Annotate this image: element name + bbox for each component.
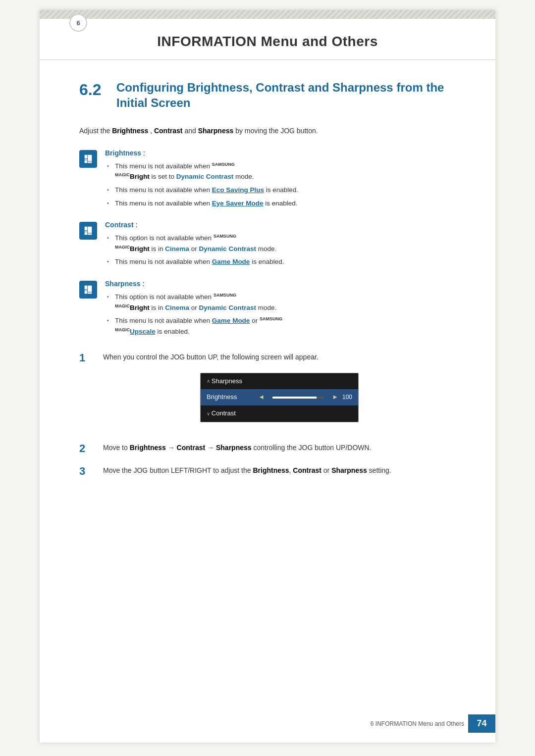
- intro-comma1: ,: [150, 127, 154, 135]
- contrast-icon: [79, 222, 97, 240]
- page: 6 INFORMATION Menu and Others 6.2 Config…: [40, 10, 495, 743]
- osd-contrast-label: Contrast: [212, 408, 352, 419]
- contrast-svg: [83, 225, 94, 236]
- bright-bold-3: Bright: [130, 304, 150, 311]
- brightness-label: Brightness :: [105, 149, 456, 157]
- brightness-bullet-3: This menu is not available when Eye Save…: [105, 198, 456, 209]
- osd-bar-fill: [272, 397, 317, 399]
- intro-contrast: Contrast: [154, 127, 183, 135]
- contrast-content: Contrast : This option is not available …: [105, 221, 456, 270]
- intro-and: and: [184, 127, 198, 135]
- osd-arrow-left: ◄: [258, 392, 265, 403]
- content-area: 6.2 Configuring Brightness, Contrast and…: [40, 60, 495, 517]
- step2-sharpness: Sharpness: [216, 444, 252, 452]
- cinema-2: Cinema: [165, 304, 189, 311]
- section-title: Configuring Brightness, Contrast and Sha…: [116, 80, 456, 110]
- brightness-label-text: Brightness: [105, 149, 141, 157]
- contrast-bullet-1: This option is not available when SAMSUN…: [105, 233, 456, 254]
- upscale-link: Upscale: [130, 328, 156, 335]
- osd-row-contrast: ∨ Contrast: [201, 405, 358, 422]
- intro-sharpness: Sharpness: [198, 127, 234, 135]
- game-mode-2: Game Mode: [212, 317, 250, 324]
- contrast-colon: :: [135, 221, 137, 229]
- osd-row-brightness: Brightness ◄ ► 100: [201, 389, 358, 405]
- brightness-block: Brightness : This menu is not available …: [79, 149, 456, 211]
- osd-brightness-value: 100: [338, 393, 352, 402]
- step3-sharpness: Sharpness: [331, 466, 367, 474]
- intro-paragraph: Adjust the Brightness , Contrast and Sha…: [79, 125, 456, 136]
- brightness-content: Brightness : This menu is not available …: [105, 149, 456, 211]
- contrast-bullet-2: This menu is not available when Game Mod…: [105, 256, 456, 267]
- page-title: INFORMATION Menu and Others: [79, 34, 456, 50]
- bright-bold-2: Bright: [130, 245, 150, 252]
- intro-text-before: Adjust the: [79, 127, 112, 135]
- step-1-text: When you control the JOG button UP, the …: [103, 353, 319, 361]
- sharpness-colon: :: [142, 280, 144, 288]
- brightness-bullet-1: This menu is not available when SAMSUNGM…: [105, 161, 456, 182]
- step-2-content: Move to Brightness → Contrast → Sharpnes…: [103, 442, 456, 453]
- sharpness-label-text: Sharpness: [105, 280, 141, 288]
- contrast-block: Contrast : This option is not available …: [79, 221, 456, 270]
- footer-text: 6 INFORMATION Menu and Others: [371, 720, 468, 727]
- sharpness-bullet-1: This option is not available when SAMSUN…: [105, 292, 456, 313]
- eye-saver-mode: Eye Saver Mode: [212, 200, 264, 207]
- sharpness-bullet-2: This menu is not available when Game Mod…: [105, 315, 456, 337]
- bright-bold-1: Bright: [130, 173, 150, 180]
- step-2: 2 Move to Brightness → Contrast → Sharpn…: [79, 442, 456, 455]
- contrast-bullets: This option is not available when SAMSUN…: [105, 233, 456, 267]
- step-2-number: 2: [79, 442, 93, 455]
- step3-contrast: Contrast: [293, 466, 321, 474]
- game-mode-1: Game Mode: [212, 258, 250, 265]
- sharpness-block: Sharpness : This option is not available…: [79, 280, 456, 339]
- chapter-number: 6: [76, 19, 80, 27]
- section-number: 6.2: [79, 80, 107, 99]
- step2-contrast: Contrast: [177, 444, 206, 452]
- top-stripe: 6: [40, 10, 495, 19]
- sharpness-icon: [79, 281, 97, 299]
- chapter-circle: 6: [69, 14, 87, 32]
- brightness-svg: [83, 153, 94, 164]
- intro-text-after: by moving the JOG button.: [235, 127, 318, 135]
- osd-chevron-down: ∨: [207, 410, 212, 418]
- osd-sharpness-label: Sharpness: [212, 376, 352, 387]
- header-area: INFORMATION Menu and Others: [40, 19, 495, 60]
- cinema-1: Cinema: [165, 245, 189, 252]
- brightness-icon: [79, 150, 97, 168]
- eco-saving-plus: Eco Saving Plus: [212, 186, 264, 194]
- brightness-colon: :: [143, 149, 145, 157]
- footer-page-number: 74: [468, 714, 495, 733]
- step-3-content: Move the JOG button LEFT/RIGHT to adjust…: [103, 465, 456, 476]
- osd-brightness-label: Brightness: [207, 392, 258, 403]
- osd-arrow-right: ►: [332, 392, 338, 403]
- step-1-number: 1: [79, 352, 93, 364]
- intro-brightness: Brightness: [112, 127, 148, 135]
- sharpness-bullets: This option is not available when SAMSUN…: [105, 292, 456, 337]
- dynamic-contrast-2: Dynamic Contrast: [199, 245, 257, 252]
- sharpness-svg: [83, 284, 94, 295]
- contrast-label: Contrast :: [105, 221, 456, 229]
- step2-brightness: Brightness: [130, 444, 166, 452]
- step3-brightness: Brightness: [253, 466, 289, 474]
- brightness-bullets: This menu is not available when SAMSUNGM…: [105, 161, 456, 208]
- osd-widget: ∧ Sharpness Brightness ◄ ►: [200, 373, 359, 422]
- brightness-bullet-2: This menu is not available when Eco Savi…: [105, 185, 456, 196]
- section-heading: 6.2 Configuring Brightness, Contrast and…: [79, 80, 456, 110]
- page-footer: 6 INFORMATION Menu and Others 74: [40, 714, 495, 733]
- sharpness-label: Sharpness :: [105, 280, 456, 288]
- osd-slider-bar: [272, 397, 324, 399]
- dynamic-contrast-1: Dynamic Contrast: [176, 173, 234, 180]
- step-3-number: 3: [79, 465, 93, 478]
- step-1-content: When you control the JOG button UP, the …: [103, 352, 456, 432]
- osd-container: ∧ Sharpness Brightness ◄ ►: [200, 373, 359, 422]
- dynamic-contrast-3: Dynamic Contrast: [199, 304, 257, 311]
- osd-chevron-up: ∧: [207, 377, 212, 385]
- step-1: 1 When you control the JOG button UP, th…: [79, 352, 456, 432]
- numbered-steps: 1 When you control the JOG button UP, th…: [79, 352, 456, 478]
- osd-row-sharpness: ∧ Sharpness: [201, 373, 358, 390]
- sharpness-content: Sharpness : This option is not available…: [105, 280, 456, 339]
- contrast-label-text: Contrast: [105, 221, 134, 229]
- step-3: 3 Move the JOG button LEFT/RIGHT to adju…: [79, 465, 456, 478]
